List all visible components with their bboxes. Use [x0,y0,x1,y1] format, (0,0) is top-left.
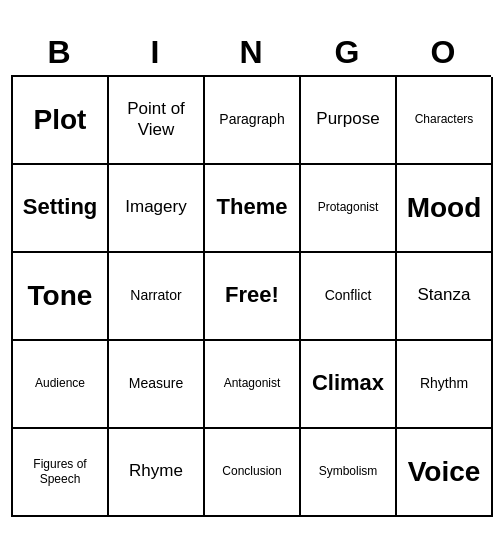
cell-text-0: Plot [34,103,87,137]
cell-text-8: Protagonist [318,200,379,214]
header-letter-I: I [111,34,199,71]
bingo-cell-5: Setting [13,165,109,253]
bingo-header: BINGO [11,28,491,75]
bingo-cell-7: Theme [205,165,301,253]
cell-text-9: Mood [407,191,482,225]
bingo-cell-10: Tone [13,253,109,341]
cell-text-20: Figures of Speech [17,457,103,486]
cell-text-21: Rhyme [129,461,183,481]
bingo-cell-6: Imagery [109,165,205,253]
header-letter-B: B [15,34,103,71]
bingo-grid: PlotPoint of ViewParagraphPurposeCharact… [11,75,491,517]
bingo-cell-0: Plot [13,77,109,165]
cell-text-6: Imagery [125,197,186,217]
cell-text-10: Tone [28,279,93,313]
cell-text-4: Characters [415,112,474,126]
cell-text-11: Narrator [130,287,181,304]
bingo-cell-18: Climax [301,341,397,429]
cell-text-12: Free! [225,282,279,308]
header-letter-O: O [399,34,487,71]
bingo-cell-21: Rhyme [109,429,205,517]
bingo-cell-24: Voice [397,429,493,517]
bingo-card: BINGO PlotPoint of ViewParagraphPurposeC… [11,28,491,517]
cell-text-17: Antagonist [224,376,281,390]
bingo-cell-13: Conflict [301,253,397,341]
bingo-cell-17: Antagonist [205,341,301,429]
bingo-cell-19: Rhythm [397,341,493,429]
cell-text-2: Paragraph [219,111,284,128]
cell-text-18: Climax [312,370,384,396]
bingo-cell-9: Mood [397,165,493,253]
cell-text-16: Measure [129,375,183,392]
cell-text-3: Purpose [316,109,379,129]
bingo-cell-23: Symbolism [301,429,397,517]
cell-text-5: Setting [23,194,98,220]
header-letter-G: G [303,34,391,71]
header-letter-N: N [207,34,295,71]
bingo-cell-12: Free! [205,253,301,341]
bingo-cell-1: Point of View [109,77,205,165]
bingo-cell-11: Narrator [109,253,205,341]
bingo-cell-3: Purpose [301,77,397,165]
cell-text-22: Conclusion [222,464,281,478]
cell-text-24: Voice [408,455,481,489]
bingo-cell-2: Paragraph [205,77,301,165]
bingo-cell-16: Measure [109,341,205,429]
cell-text-1: Point of View [113,99,199,140]
bingo-cell-4: Characters [397,77,493,165]
bingo-cell-14: Stanza [397,253,493,341]
cell-text-19: Rhythm [420,375,468,392]
bingo-cell-8: Protagonist [301,165,397,253]
cell-text-15: Audience [35,376,85,390]
cell-text-7: Theme [217,194,288,220]
bingo-cell-15: Audience [13,341,109,429]
bingo-cell-22: Conclusion [205,429,301,517]
bingo-cell-20: Figures of Speech [13,429,109,517]
cell-text-23: Symbolism [319,464,378,478]
cell-text-13: Conflict [325,287,372,304]
cell-text-14: Stanza [418,285,471,305]
